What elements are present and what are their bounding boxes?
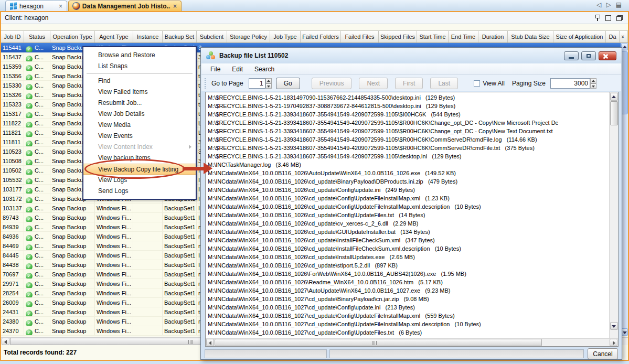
column-header-stub-data-size[interactable]: Stub Data Size — [508, 31, 553, 42]
file-list-item[interactable]: M:\INCdata\WinX64_10.0.0B116_1026\cd_upd… — [206, 211, 609, 219]
paging-size-value[interactable]: 3000 — [550, 78, 590, 89]
column-header-failed-folders[interactable]: Failed Folders — [301, 31, 341, 42]
menu-search[interactable]: Search — [254, 66, 274, 73]
column-header-operation-type[interactable]: Operation Type — [50, 31, 95, 42]
file-list-item[interactable]: M:\INC\TaskManager.log (3.46 MB) — [206, 160, 609, 169]
file-list-item[interactable]: M:\INCdata\WinX64_10.0.0B116_1026\cd_upd… — [206, 261, 609, 270]
column-header-skipped-files[interactable]: Skipped Files — [379, 31, 417, 42]
file-list-item[interactable]: M:\$RECYCLE.BIN\S-1-5-21-1970492837-3088… — [206, 102, 609, 110]
column-header-backup-set[interactable]: Backup Set — [163, 31, 197, 42]
file-list-item[interactable]: M:\INCdata\WinX64_10.0.0B116_1026\cd_upd… — [206, 244, 609, 253]
menu-item-list-snaps[interactable]: List Snaps — [83, 61, 196, 72]
toolbar-grip[interactable] — [205, 78, 206, 89]
restore-button[interactable] — [581, 51, 596, 60]
file-scroll-up-icon[interactable] — [610, 93, 618, 101]
menu-edit[interactable]: Edit — [232, 66, 243, 73]
tab-data-management-job-history[interactable]: Data Management Job Histo... × — [68, 1, 182, 11]
close-button[interactable] — [599, 51, 616, 60]
backup-set: BackupSet1 — [163, 298, 197, 307]
file-list-item[interactable]: M:\INCdata\WinX64_10.0.0B116_1027\cd_upd… — [206, 312, 609, 320]
column-header-failed-files[interactable]: Failed Files — [341, 31, 379, 42]
tab-data-management-close-icon[interactable]: × — [173, 4, 177, 9]
menu-item-resubmit-job[interactable]: Resubmit Job... — [83, 98, 196, 109]
file-list-item[interactable]: M:\$RECYCLE.BIN\S-1-5-21-3393418607-3554… — [206, 119, 609, 127]
go-button[interactable]: Go — [276, 78, 300, 89]
file-list-item[interactable]: M:\INCdata\WinX64_10.0.0B116_1027\cd_upd… — [206, 320, 609, 328]
menu-item-send-logs[interactable]: Send Logs — [83, 186, 196, 197]
file-list-item[interactable]: M:\INCdata\WinX64_10.0.0B116_1026\Readme… — [206, 278, 609, 286]
column-header-agent-type[interactable]: Agent Type — [95, 31, 133, 42]
scroll-tabs-right-icon[interactable]: ▷ — [606, 1, 611, 8]
file-list-item[interactable]: M:\$RECYCLE.BIN\S-1-5-21-3393418607-3554… — [206, 152, 609, 160]
column-header-instance[interactable]: Instance — [133, 31, 163, 42]
menu-item-view-failed-items[interactable]: View Failed Items — [83, 87, 196, 98]
file-list-item[interactable]: M:\INCdata\WinX64_10.0.0B116_1026\cd_upd… — [206, 194, 609, 202]
tab-hexagon-close-icon[interactable]: × — [59, 4, 62, 9]
tab-hexagon[interactable]: hexagon × — [5, 1, 67, 11]
cancel-button[interactable]: Cancel — [588, 348, 618, 359]
backup-set: BackupSet1 — [163, 317, 197, 326]
file-list-item[interactable]: M:\INCdata\WinX64_10.0.0B116_1026\cd_upd… — [206, 236, 609, 244]
file-list-vscroll-thumb[interactable] — [610, 101, 618, 125]
file-list-item[interactable]: M:\INCdata\WinX64_10.0.0B116_1027\AutoUp… — [206, 286, 609, 295]
file-list-item[interactable]: M:\INCdata\WinX64_10.0.0B116_1027\cd_upd… — [206, 303, 609, 312]
column-header-da[interactable]: Da — [606, 31, 620, 42]
file-list-item[interactable]: M:\INCdata\WinX64_10.0.0B116_1026\cd_upd… — [206, 202, 609, 211]
column-header-size-of-application[interactable]: Size of Application — [553, 31, 606, 42]
page-number-input[interactable]: 1 — [249, 78, 272, 89]
file-list-item[interactable]: M:\$RECYCLE.BIN\S-1-5-21-1831497090-1153… — [206, 93, 609, 102]
view-all-checkbox[interactable] — [474, 80, 480, 87]
column-chooser-icon[interactable]: » — [620, 31, 628, 42]
pin-icon[interactable] — [594, 14, 600, 21]
file-list-item[interactable]: M:\INCdata\WinX64_10.0.0B116_1026\cd_upd… — [206, 253, 609, 261]
paging-size-spinner[interactable] — [590, 78, 596, 89]
minimize-button[interactable] — [564, 51, 579, 60]
file-list-item[interactable]: M:\$RECYCLE.BIN\S-1-5-21-3393418607-3554… — [206, 110, 609, 119]
file-list-hscroll-thumb[interactable] — [215, 339, 542, 346]
file-list-item[interactable]: M:\INCdata\WinX64_10.0.0B116_1026\ForWeb… — [206, 270, 609, 278]
menu-item-view-job-details[interactable]: View Job Details — [83, 109, 196, 120]
menu-item-view-backup-items[interactable]: View backup items — [83, 153, 196, 164]
menu-item-view-media[interactable]: View Media — [83, 120, 196, 131]
job-status: ✓C... — [24, 109, 50, 118]
file-scroll-left-icon[interactable] — [206, 339, 214, 346]
file-list-item[interactable]: M:\INCdata\WinX64_10.0.0B116_1026\AutoUp… — [206, 169, 609, 177]
file-list-item[interactable]: M:\INCdata\WinX64_10.0.0B116_1026\cd_upd… — [206, 228, 609, 236]
scroll-tabs-left-icon[interactable]: ◁ — [596, 1, 601, 8]
column-header-start-time[interactable]: Start Time — [417, 31, 449, 42]
tab-list-icon[interactable]: ▤ — [616, 1, 622, 8]
dialog-titlebar[interactable]: Backup file List 110502 — [201, 48, 622, 63]
file-list-item[interactable]: M:\$RECYCLE.BIN\S-1-5-21-3393418607-3554… — [206, 127, 609, 135]
menu-item-find[interactable]: Find — [83, 76, 196, 87]
menu-item-view-logs[interactable]: View Logs — [83, 175, 196, 186]
file-list-item[interactable]: M:\INCdata\WinX64_10.0.0B116_1026\cd_upd… — [206, 219, 609, 228]
column-header-status[interactable]: Status — [24, 31, 50, 42]
file-list-item[interactable]: M:\INCdata\WinX64_10.0.0B116_1027\cd_upd… — [206, 328, 609, 337]
cascade-panel-icon[interactable] — [616, 15, 623, 21]
file-list-item[interactable]: M:\INCdata\WinX64_10.0.0B116_1026\cd_upd… — [206, 186, 609, 194]
file-list-item[interactable]: M:\$RECYCLE.BIN\S-1-5-21-3393418607-3554… — [206, 144, 609, 152]
file-list-hscrollbar[interactable] — [206, 338, 618, 346]
menu-file[interactable]: File — [210, 66, 220, 73]
file-list-item[interactable]: M:\INCdata\WinX64_10.0.0B116_1026\cd_upd… — [206, 177, 609, 186]
column-header-storage-policy[interactable]: Storage Policy — [227, 31, 270, 42]
column-header-end-time[interactable]: End Time — [449, 31, 478, 42]
column-header-duration[interactable]: Duration — [478, 31, 508, 42]
scroll-left-icon[interactable] — [2, 338, 9, 345]
menu-item-view-events[interactable]: View Events — [83, 131, 196, 142]
menu-item-view-backup-copy-file-listing[interactable]: View Backup Copy file listing — [83, 164, 196, 175]
menu-item-browse-and-restore[interactable]: Browse and Restore — [83, 50, 196, 61]
maximize-panel-icon[interactable] — [605, 15, 611, 21]
file-list-vscrollbar[interactable] — [609, 92, 618, 338]
operation-type: Snap Backup — [50, 307, 95, 316]
paging-size-input[interactable]: 3000 — [550, 78, 596, 89]
file-list-item[interactable]: M:\INCdata\WinX64_10.0.0B116_1027\cd_upd… — [206, 295, 609, 303]
column-header-subclient[interactable]: Subclient — [197, 31, 227, 42]
page-number-value[interactable]: 1 — [249, 78, 265, 89]
page-number-spinner[interactable] — [265, 78, 272, 89]
column-header-job-id[interactable]: Job ID — [1, 31, 24, 42]
file-list-item[interactable]: M:\$RECYCLE.BIN\S-1-5-21-3393418607-3554… — [206, 135, 609, 144]
file-scroll-right-icon[interactable] — [610, 339, 617, 346]
file-scroll-down-icon[interactable] — [610, 322, 618, 330]
column-header-job-type[interactable]: Job Type — [270, 31, 301, 42]
